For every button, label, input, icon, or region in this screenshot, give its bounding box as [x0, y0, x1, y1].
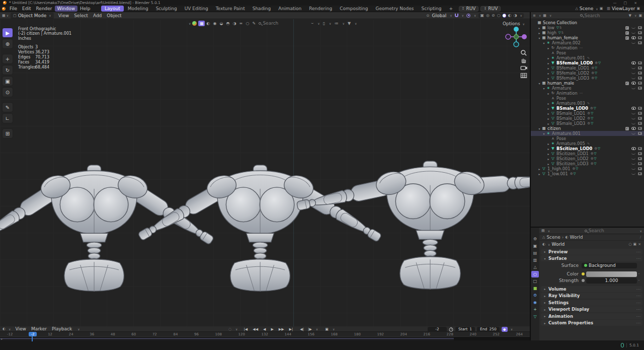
outliner-row-citizen[interactable]: ▾▦citizen✓	[531, 126, 644, 131]
workspace-tab-compositing[interactable]: Compositing	[336, 6, 371, 12]
sync-mode-icon[interactable]: ▣	[324, 327, 330, 331]
expand-icon[interactable]: ▸	[546, 147, 550, 151]
panel-volume[interactable]: ▸Volume⋯	[541, 286, 642, 292]
outliner-row-armature-001[interactable]: ▸∗Armature.001∿	[531, 55, 644, 60]
outliner-row-armature-001[interactable]: ▾∗Armature.001	[531, 131, 644, 136]
camera-visibility-icon[interactable]	[637, 131, 642, 135]
tab-scene[interactable]: △	[531, 264, 539, 270]
camera-visibility-icon[interactable]	[637, 76, 642, 80]
shelf-slot-4-icon[interactable]: ◒	[218, 21, 224, 26]
shelf-slot-5-icon[interactable]: ◓	[224, 21, 231, 26]
outliner-row-bscitizen-lod2[interactable]: ▸▽BScitizen_LOD2⚙▽	[531, 156, 644, 161]
checkbox-icon[interactable]: ✓	[624, 36, 629, 40]
timeline-track-area[interactable]: -2 ▸	[0, 336, 530, 340]
orientation-label[interactable]: Global	[432, 13, 446, 18]
outliner-row-high[interactable]: ▸▦high▽5✓	[531, 30, 644, 35]
transform-orientation-icon[interactable]: ⊙	[427, 14, 430, 18]
tab-render[interactable]: ▣	[531, 243, 539, 249]
viewport-menu-select[interactable]: Select	[71, 13, 91, 19]
camera-visibility-icon[interactable]	[637, 121, 642, 125]
collapse-icon[interactable]: ▾	[537, 127, 541, 130]
outliner-row-bsfemale-lod3[interactable]: ▸▽BSfemale_LOD3⚙▽	[531, 76, 644, 81]
eye-closed-icon[interactable]	[631, 111, 636, 115]
expand-icon[interactable]: ▸	[546, 46, 550, 50]
collapse-icon[interactable]: ▾	[542, 87, 546, 90]
expand-icon[interactable]: ▸	[546, 117, 550, 120]
jump-next-keyframe-button[interactable]: ▶▶	[278, 327, 285, 331]
chevron-down-icon[interactable]: ∨	[189, 22, 191, 25]
animate-color-icon[interactable]: ·	[637, 271, 641, 276]
timeline-menu-playback[interactable]: Playback	[49, 326, 74, 332]
playhead[interactable]: -2	[29, 332, 37, 336]
keying-set-button[interactable]: ●	[502, 327, 508, 332]
camera-visibility-icon[interactable]	[637, 26, 642, 30]
eye-open-icon[interactable]	[631, 61, 636, 65]
channel-expand-icon[interactable]: ▸	[1, 337, 3, 340]
outliner-row-pose[interactable]: ⋏Pose	[531, 50, 644, 55]
shelf-slot-6-icon[interactable]: ◑	[231, 21, 237, 26]
viewport-menu-view[interactable]: View	[56, 13, 71, 19]
camera-visibility-icon[interactable]	[637, 31, 642, 35]
start-frame-field[interactable]: Start 1	[455, 327, 475, 332]
navigation-gizmo[interactable]	[505, 25, 528, 48]
import-ruv-button[interactable]: ↧RUV	[480, 6, 501, 12]
animate-strength-icon[interactable]: ·	[637, 278, 641, 283]
auto-keyframe-button[interactable]: ◌	[227, 327, 232, 331]
zoom-icon[interactable]	[520, 49, 528, 56]
expand-icon[interactable]: ▸	[546, 112, 550, 115]
collapse-icon[interactable]: ▾	[542, 132, 546, 135]
tab-output[interactable]: ▤	[531, 250, 539, 256]
panel-drag-icon[interactable]: ⋯	[636, 256, 641, 261]
camera-visibility-icon[interactable]	[637, 157, 642, 161]
menu-help[interactable]: Help	[77, 6, 93, 12]
editor-type-icon[interactable]: ▤	[541, 229, 545, 233]
outliner-row-animation[interactable]: ▸↻Animation⋯	[531, 91, 644, 96]
tool-scale[interactable]: ▣	[2, 76, 13, 86]
viewport-menu-add[interactable]: Add	[91, 13, 104, 19]
camera-visibility-icon[interactable]	[637, 147, 642, 151]
expand-icon[interactable]: ▸	[546, 162, 550, 166]
outliner-row-bsfemale-lod2[interactable]: ▸▽BSfemale_LOD2⚙▽	[531, 71, 644, 76]
proportional-editing-icon[interactable]	[466, 14, 470, 18]
expand-icon[interactable]: ▸	[546, 142, 550, 146]
axis-x-positive[interactable]	[522, 34, 527, 39]
outliner-row-bsmale-lod3[interactable]: ▸▽BSmale_LOD3⚙▽	[531, 121, 644, 126]
tab-collection[interactable]: □	[531, 278, 539, 285]
tab-world[interactable]: ○	[531, 271, 539, 277]
eye-open-icon[interactable]	[631, 81, 636, 85]
model-torso-right[interactable]	[295, 154, 530, 305]
shading-solid-icon[interactable]: ●	[503, 14, 506, 18]
outliner-row-bsmale-lod2[interactable]: ▸▽BSmale_LOD2⚙▽	[531, 116, 644, 121]
shelf-slot-7-icon[interactable]: ≡	[237, 21, 244, 26]
expand-icon[interactable]: ▸	[546, 107, 550, 110]
tool-rotate[interactable]: ↻	[2, 65, 13, 75]
display-mode-icon[interactable]: ≔	[334, 21, 338, 26]
eye-closed-icon[interactable]	[631, 66, 636, 70]
outliner-display-mode-icon[interactable]: ≡	[533, 14, 536, 18]
bookmark-icon[interactable]: ▯	[323, 21, 325, 26]
expand-icon[interactable]: ▸	[546, 92, 550, 95]
panel-drag-icon[interactable]: ⋯	[636, 307, 641, 312]
axis-z-negative[interactable]	[514, 42, 519, 47]
menu-render[interactable]: Render	[34, 6, 55, 12]
camera-visibility-icon[interactable]	[637, 66, 642, 70]
play-button[interactable]: ▶	[270, 327, 274, 331]
tool-move[interactable]: +	[2, 54, 13, 64]
viewlayer-selector[interactable]: ▥ ViewLayer ▣	[605, 6, 642, 12]
eye-open-icon[interactable]	[631, 147, 636, 151]
jump-prev-keyframe-button[interactable]: ◀◀	[252, 327, 259, 331]
current-frame-field[interactable]: -2	[428, 327, 447, 332]
workspace-tab-geometry-nodes[interactable]: Geometry Nodes	[372, 6, 418, 12]
workspace-tab-animation[interactable]: Animation	[275, 6, 305, 12]
workspace-tab-modeling[interactable]: Modeling	[124, 6, 152, 12]
maximize-button[interactable]: □	[624, 1, 627, 5]
axis-x-negative[interactable]	[506, 34, 511, 39]
expand-icon[interactable]: ▸	[546, 102, 550, 105]
breadcrumb-scene[interactable]: Scene	[546, 235, 560, 240]
color-swatch[interactable]	[586, 271, 637, 277]
tab-object[interactable]: ■	[531, 285, 539, 292]
tab-object-data[interactable]: ▽	[531, 313, 539, 320]
camera-visibility-icon[interactable]	[637, 116, 642, 120]
filter-icon[interactable]: ▼	[348, 21, 351, 26]
panel-custom-properties[interactable]: ▸Custom Properties⋯	[541, 320, 642, 326]
